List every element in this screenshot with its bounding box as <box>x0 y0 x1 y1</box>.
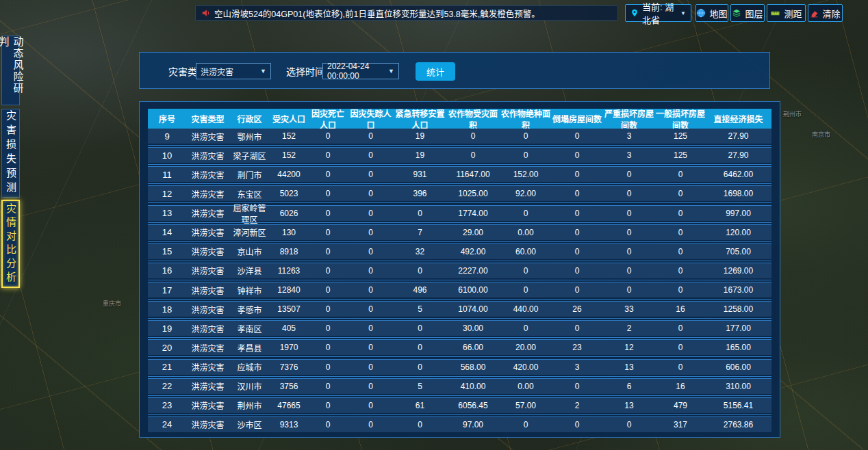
table-row: 24洪涝灾害沙市区931300097.000003172763.86 <box>148 417 771 436</box>
table-cell: 16 <box>148 265 186 276</box>
table-cell: 0 <box>500 209 552 218</box>
table-cell: 23 <box>552 343 602 352</box>
table-cell: 13507 <box>270 304 308 314</box>
table-cell: 0 <box>308 209 348 218</box>
table-cell: 606.00 <box>705 362 771 372</box>
time-select[interactable]: 2022-04-24 00:00:00 ▼ <box>322 63 399 79</box>
column-header: 紧急转移安置人口 <box>394 107 446 131</box>
table-cell: 0 <box>500 323 552 333</box>
table-cell: 0 <box>602 209 656 218</box>
table-cell: 应城市 <box>229 361 270 373</box>
table-cell: 26 <box>552 304 602 314</box>
column-header: 直接经济损失 <box>705 113 771 124</box>
table-cell: 19 <box>394 131 446 141</box>
disaster-type-select[interactable]: 洪涝灾害 ▼ <box>196 63 271 79</box>
table-cell: 32 <box>394 247 446 256</box>
table-cell: 0 <box>348 209 394 218</box>
sidebar-tab-dynamic-risk[interactable]: 动态风险研判 <box>1 36 20 105</box>
table-cell: 7 <box>394 228 446 237</box>
region-dropdown[interactable]: 当前: 湖北省 ▼ <box>625 4 691 22</box>
table-cell: 9313 <box>270 420 308 429</box>
table-row: 23洪涝灾害荆州市4766500616056.4557.002134795156… <box>148 398 771 417</box>
table-cell: 0 <box>552 170 602 179</box>
table-cell: 0 <box>552 150 602 160</box>
table-cell: 405 <box>270 323 308 333</box>
measure-distance-label: 测距 <box>784 7 802 20</box>
table-cell: 0 <box>602 189 656 198</box>
table-cell: 0 <box>348 150 394 160</box>
table-cell: 0 <box>552 323 602 333</box>
table-cell: 568.00 <box>446 362 500 372</box>
table-cell: 0 <box>656 189 705 198</box>
clear-button[interactable]: 清除 <box>808 4 843 22</box>
alert-bar: 空山滑坡524的04GP01(地表位移),前1日垂直位移变形量达到53.8毫米,… <box>195 5 618 21</box>
table-cell: 0 <box>348 285 394 295</box>
table-cell: 6056.45 <box>446 401 500 410</box>
table-cell: 0 <box>656 266 705 276</box>
table-cell: 16 <box>656 304 705 314</box>
table-cell: 44200 <box>270 170 308 179</box>
table-cell: 钟祥市 <box>229 284 270 296</box>
table-cell: 997.00 <box>705 209 771 218</box>
table-cell: 152 <box>270 150 308 160</box>
table-cell: 47665 <box>270 401 308 410</box>
table-body: 9洪涝灾害鄂州市1520019000312527.9010洪涝灾害梁子湖区152… <box>148 129 771 436</box>
layers-button[interactable]: 图层 <box>730 4 765 22</box>
table-cell: 11647.00 <box>446 170 500 179</box>
table-cell: 0 <box>308 304 348 314</box>
table-cell: 0 <box>348 247 394 256</box>
table-cell: 410.00 <box>446 382 500 391</box>
table-cell: 14 <box>148 227 186 237</box>
table-row: 10洪涝灾害梁子湖区1520019000312527.90 <box>148 148 771 167</box>
table-cell: 66.00 <box>446 343 500 352</box>
table-cell: 0 <box>308 343 348 352</box>
table-cell: 6100.00 <box>446 285 500 295</box>
table-cell: 孝感市 <box>229 304 270 315</box>
table-cell: 496 <box>394 285 446 295</box>
table-cell: 23 <box>148 400 186 410</box>
sidebar-tab-disaster-comparison[interactable]: 灾情对比分析 <box>1 200 20 288</box>
table-cell: 0 <box>348 420 394 429</box>
table-cell: 洪涝灾害 <box>186 265 229 276</box>
measure-distance-button[interactable]: 测距 <box>767 4 806 22</box>
table-cell: 0 <box>656 343 705 352</box>
table-cell: 漳河新区 <box>229 226 270 238</box>
column-header: 农作物受灾面积 <box>446 107 500 131</box>
table-cell: 57.00 <box>500 401 552 410</box>
table-cell: 6 <box>602 382 656 391</box>
alert-text: 空山滑坡524的04GP01(地表位移),前1日垂直位移变形量达到53.8毫米,… <box>214 7 540 20</box>
table-cell: 19 <box>148 323 186 334</box>
table-cell: 0 <box>656 362 705 372</box>
table-cell: 5 <box>394 382 446 391</box>
table-row: 14洪涝灾害漳河新区13000729.000.00000120.00 <box>148 225 771 244</box>
time-select-value: 2022-04-24 00:00:00 <box>327 62 385 81</box>
table-cell: 165.00 <box>705 343 771 352</box>
table-cell: 27.90 <box>705 131 771 141</box>
table-cell: 0 <box>602 247 656 256</box>
table-cell: 孝昌县 <box>229 342 270 354</box>
table-cell: 0 <box>552 228 602 237</box>
speaker-icon <box>201 8 211 18</box>
table-cell: 0 <box>500 131 552 141</box>
table-cell: 7376 <box>270 362 308 372</box>
map-button[interactable]: 地图 <box>695 4 728 22</box>
table-cell: 1970 <box>270 343 308 352</box>
table-cell: 8918 <box>270 247 308 256</box>
table-cell: 0 <box>308 266 348 276</box>
clear-button-label: 清除 <box>822 7 840 20</box>
table-row: 22洪涝灾害汉川市3756005410.000.000616310.00 <box>148 379 771 398</box>
table-cell: 0 <box>308 420 348 429</box>
table-cell: 洪涝灾害 <box>186 150 229 161</box>
table-cell: 洪涝灾害 <box>186 304 229 315</box>
table-cell: 12 <box>602 343 656 352</box>
table-cell: 152 <box>270 131 308 141</box>
table-cell: 东宝区 <box>229 188 270 200</box>
table-row: 11洪涝灾害荆门市442000093111647.00152.000006462… <box>148 167 771 186</box>
table-cell: 440.00 <box>500 304 552 314</box>
table-cell: 5 <box>394 304 446 314</box>
statistics-button[interactable]: 统计 <box>416 62 455 81</box>
sidebar-tab-loss-forecast[interactable]: 灾害损失预测 <box>1 109 20 198</box>
table-cell: 492.00 <box>446 247 500 256</box>
table-cell: 60.00 <box>500 247 552 256</box>
table-cell: 0 <box>552 247 602 256</box>
